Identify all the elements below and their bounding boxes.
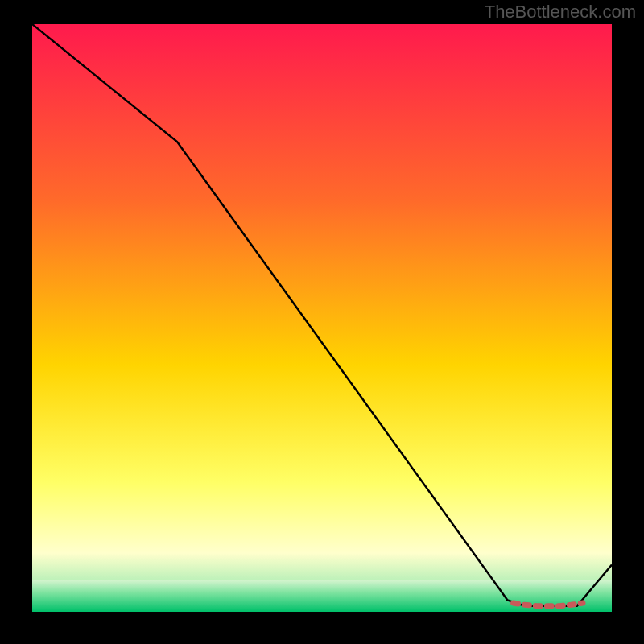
bottleneck-curve (32, 24, 612, 612)
chart-container: TheBottleneck.com (0, 0, 644, 644)
curve-path (32, 24, 612, 606)
attribution-label: TheBottleneck.com (485, 2, 636, 23)
optimal-marker (514, 603, 583, 606)
plot-area (32, 24, 612, 612)
